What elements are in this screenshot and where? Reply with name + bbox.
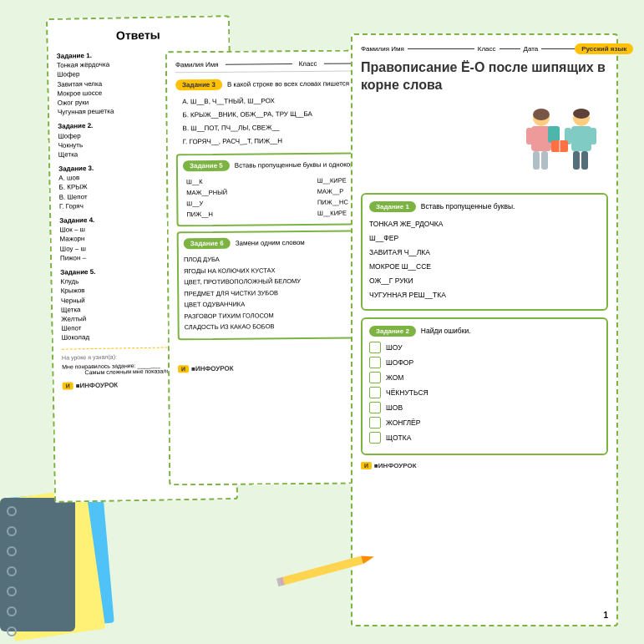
t1-item3: ЗАВИТАЯ Ч__ЛКА: [369, 246, 600, 260]
main-title: Правописание Ё-О после шипящих в корне с…: [361, 59, 608, 94]
notebook-decoration: [0, 498, 75, 631]
main-page-header: Фамилия Имя Класс Дата Русский язык: [361, 43, 608, 54]
infourok-text-middle: ■ИНФОУРОК: [191, 364, 234, 372]
infourok-logo-main: И: [361, 462, 372, 469]
task3-question: В какой строке во всех словах пишется О?: [227, 79, 360, 88]
infourok-logo-answers: И: [63, 383, 74, 390]
ring-6: [7, 606, 17, 616]
task1-items: ТОНКАЯ ЖЕ_РДОЧКА Ш__ФЕР ЗАВИТАЯ Ч__ЛКА М…: [369, 217, 600, 302]
t1-item4: МОКРОЕ Ш__ССЕ: [369, 260, 600, 274]
main-date-field[interactable]: [541, 48, 575, 49]
t2-item5: ШОВ: [386, 403, 403, 412]
task1-box: Задание 1 Вставь пропущенные буквы. ТОНК…: [361, 193, 608, 311]
t2-checkbox1[interactable]: [369, 342, 381, 353]
infourok-text-main: ■ИНФОУРОК: [374, 462, 417, 469]
t5r4-left: ПИЖ__Н: [183, 208, 314, 220]
t2-checkbox2[interactable]: [369, 357, 381, 368]
main-name-field[interactable]: [408, 48, 474, 49]
task2-items: ШОУ ШОФОР ЖОМ ЧЁКНУТЬСЯ ШОВ ЖОНГЛЁР: [369, 342, 600, 444]
t2-item2: ШОФОР: [386, 358, 413, 367]
header-fields: Фамилия Имя Класс Дата: [361, 45, 575, 53]
t2-row3: ЖОМ: [369, 372, 600, 383]
task1-instruction: Вставь пропущенные буквы.: [421, 202, 515, 210]
t1-item6: ЧУГУННАЯ РЕШ__ТКА: [369, 288, 600, 302]
ring-3: [7, 546, 17, 556]
t2-row7: ЩОТКА: [369, 432, 600, 444]
infourok-text-answers: ■ИНФОУРОК: [76, 382, 119, 390]
t2-row1: ШОУ: [369, 342, 600, 353]
task2-header: Задание 2 Найди ошибки.: [369, 326, 600, 337]
t2-checkbox4[interactable]: [369, 387, 381, 398]
svg-rect-15: [541, 151, 548, 170]
subject-badge: Русский язык: [575, 43, 633, 54]
task2-badge: Задание 2: [369, 326, 416, 337]
middle-label-class: Класс: [299, 60, 317, 68]
svg-rect-19: [571, 126, 591, 151]
main-class-field[interactable]: [499, 48, 520, 49]
main-label-class: Класс: [478, 45, 496, 53]
task5-badge: Задание 5: [183, 160, 230, 171]
t2-checkbox5[interactable]: [369, 402, 381, 413]
svg-rect-23: [581, 151, 588, 170]
main-label-name: Фамилия Имя: [361, 45, 404, 53]
task6-instruction: Замени одним словом: [236, 239, 305, 247]
ring-5: [7, 586, 17, 596]
t2-item1: ШОУ: [386, 343, 403, 352]
infourok-logo-middle: И: [178, 365, 189, 373]
task1-badge: Задание 1: [369, 201, 416, 212]
task1-header: Задание 1 Вставь пропущенные буквы.: [369, 201, 600, 212]
svg-rect-22: [573, 151, 580, 170]
t1-item5: ОЖ__Г РУКИ: [369, 274, 600, 288]
ring-2: [7, 526, 17, 536]
svg-point-24: [573, 109, 590, 119]
students-svg: [516, 103, 608, 186]
ring-4: [7, 566, 17, 576]
task2-instruction: Найди ошибки.: [421, 327, 471, 335]
t2-item3: ЖОМ: [386, 373, 403, 382]
t2-checkbox6[interactable]: [369, 417, 381, 428]
t2-row2: ШОФОР: [369, 357, 600, 368]
svg-point-17: [533, 109, 550, 120]
svg-rect-21: [590, 128, 596, 145]
answers-title: Ответы: [56, 27, 220, 43]
t2-checkbox3[interactable]: [369, 372, 381, 383]
t2-item7: ЩОТКА: [386, 434, 411, 442]
t2-item6: ЖОНГЛЁР: [386, 418, 420, 427]
task6-badge: Задание 6: [184, 238, 231, 249]
svg-marker-1: [361, 553, 375, 565]
character-illustration: [361, 103, 608, 188]
middle-name-field[interactable]: [226, 63, 292, 65]
t2-item4: ЧЁКНУТЬСЯ: [386, 388, 428, 397]
task3-badge: Задание 3: [175, 79, 222, 90]
t2-row4: ЧЁКНУТЬСЯ: [369, 387, 600, 398]
task2-box: Задание 2 Найди ошибки. ШОУ ШОФОР ЖОМ ЧЁ…: [361, 317, 608, 455]
svg-rect-12: [526, 128, 533, 145]
infourok-branding-main: И ■ИНФОУРОК: [361, 462, 608, 469]
t1-item1: ТОНКАЯ ЖЕ_РДОЧКА: [369, 217, 600, 231]
middle-label-name: Фамилия Имя: [175, 61, 219, 68]
t2-checkbox7[interactable]: [369, 432, 381, 444]
t2-row6: ЖОНГЛЁР: [369, 417, 600, 428]
page-number: 1: [603, 611, 608, 620]
svg-rect-14: [533, 151, 540, 170]
main-label-date: Дата: [524, 45, 539, 53]
main-page: Фамилия Имя Класс Дата Русский язык Прав…: [351, 33, 618, 626]
t1-item2: Ш__ФЕР: [369, 231, 600, 246]
ring-1: [7, 506, 17, 516]
ring-7: [7, 626, 17, 636]
t2-row5: ШОВ: [369, 402, 600, 413]
